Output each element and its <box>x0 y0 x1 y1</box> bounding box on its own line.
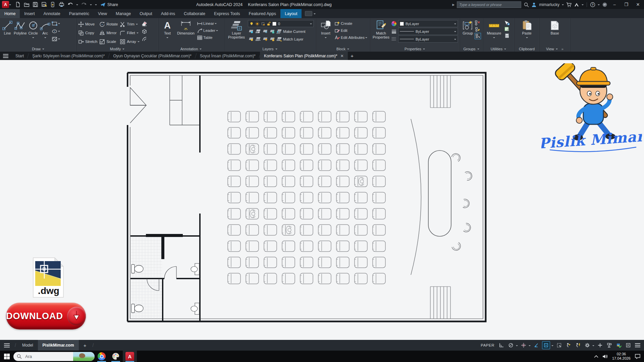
match-layer-label[interactable]: Match Layer <box>283 37 304 41</box>
search-highlight-thumbnail[interactable] <box>73 352 95 361</box>
base-button[interactable]: Base <box>547 19 562 46</box>
app-menu-caret-icon[interactable] <box>9 4 11 6</box>
workspace-caret-icon[interactable] <box>592 345 594 347</box>
ribbon-tab-parametric[interactable]: Parametric <box>65 9 94 18</box>
crosshair-plus-icon[interactable] <box>596 342 604 349</box>
ellipse-tool-button[interactable] <box>52 28 60 35</box>
groups-panel-label[interactable]: Groups <box>460 46 483 52</box>
group-button[interactable]: Group <box>462 19 474 46</box>
layer-properties-button[interactable]: Layer Properties <box>226 19 247 46</box>
feedback-icon[interactable] <box>602 2 607 7</box>
taskbar-autocad-icon[interactable]: A <box>123 351 137 362</box>
file-tab-3[interactable]: Soyut İnsan (PislikMimar.com)* <box>196 52 260 60</box>
draw-panel-label[interactable]: Draw <box>0 46 76 52</box>
tray-chevron-icon[interactable] <box>594 355 598 358</box>
user-menu-caret-icon[interactable] <box>562 4 564 6</box>
layer-off-tool-icon[interactable] <box>248 29 254 34</box>
ribbon-tab-add-ins[interactable]: Add-ins <box>157 9 179 18</box>
polyline-button[interactable]: Polyline <box>14 19 27 46</box>
file-tab-4[interactable]: Konferans Salon Plan (PislikMimar.com)*✕ <box>260 52 348 60</box>
snap-caret-icon[interactable] <box>529 345 531 347</box>
plot-icon[interactable] <box>59 2 64 7</box>
dimension-button[interactable]: Dimension <box>175 19 196 46</box>
modify-panel-label[interactable]: Modify <box>76 46 158 52</box>
workspace-gear-icon[interactable] <box>584 342 591 349</box>
open-folder-icon[interactable] <box>24 2 30 7</box>
share-button[interactable]: Share <box>100 2 118 7</box>
rectangle-caret-icon[interactable] <box>58 23 60 25</box>
quick-calc-select-icon[interactable] <box>504 26 510 32</box>
layer-stack-tool-icon[interactable] <box>255 37 261 42</box>
file-tabs-menu-icon[interactable] <box>0 52 11 60</box>
search-icon[interactable] <box>524 2 529 7</box>
layer-freeze-tool-icon[interactable] <box>262 29 268 34</box>
circle-caret-icon[interactable] <box>32 37 34 39</box>
clipboard-panel-label[interactable]: Clipboard <box>514 46 539 52</box>
line-button[interactable]: Line <box>2 19 13 46</box>
insert-caret-icon[interactable] <box>325 37 327 39</box>
edit-attributes-button[interactable]: Edit Attributes <box>334 34 367 41</box>
clean-screen-icon[interactable] <box>625 342 632 349</box>
restore-button[interactable]: ❐ <box>622 0 631 9</box>
taskbar-search-input[interactable] <box>24 354 66 359</box>
layout-tabs-menu-icon[interactable] <box>0 343 13 348</box>
ribbon-tab-express-tools[interactable]: Express Tools <box>210 9 245 18</box>
grid-display-icon[interactable] <box>498 342 505 349</box>
text-button[interactable]: A Text <box>160 19 175 46</box>
properties-panel-label[interactable]: Properties <box>370 46 460 52</box>
object-color-dropdown[interactable]: ByLayer <box>398 20 458 27</box>
notification-center-icon[interactable] <box>635 354 641 359</box>
save-as-icon[interactable] <box>41 2 47 7</box>
insert-block-button[interactable]: Insert <box>318 19 334 46</box>
lineweight-icon[interactable] <box>391 28 397 34</box>
ungroup-icon[interactable] <box>475 20 480 26</box>
create-block-button[interactable]: Create <box>334 20 367 27</box>
annotation-panel-label[interactable]: Annotation <box>158 46 224 52</box>
offset-button[interactable] <box>142 36 147 42</box>
ribbon-tab-manage[interactable]: Manage <box>111 9 135 18</box>
measure-button[interactable]: Measure <box>485 19 503 46</box>
group-edit-icon[interactable] <box>475 26 480 32</box>
table-button[interactable]: Table <box>197 34 218 41</box>
ribbon-tab-layout[interactable]: Layout <box>280 9 302 18</box>
layer-lock-tool-icon[interactable] <box>269 29 275 34</box>
array-caret-icon[interactable] <box>138 41 140 43</box>
file-tab-2[interactable]: Oyun Oynayan Çocuklar (PislikMimar.com)* <box>109 52 195 60</box>
start-button[interactable] <box>0 351 13 362</box>
taskbar-chrome-icon[interactable] <box>95 351 109 362</box>
layer-thaw-all-tool-icon[interactable] <box>262 37 268 42</box>
block-panel-label[interactable]: Block <box>316 46 370 52</box>
username[interactable]: mimarlucky <box>539 2 559 7</box>
edit-block-button[interactable]: Edit <box>334 27 367 34</box>
new-drawing-tab-button[interactable]: + <box>348 52 357 60</box>
file-tab-0[interactable]: Start <box>11 52 28 60</box>
annotation-visibility-icon[interactable] <box>565 342 572 349</box>
taskbar-clock[interactable]: 02:36 17.04.2026 <box>612 352 631 361</box>
group-selection-toggle-icon[interactable] <box>475 33 481 39</box>
rectangle-tool-button[interactable] <box>52 20 60 27</box>
layout-tab-pislikmimar[interactable]: PislikMimar.com <box>38 340 79 351</box>
open-from-web-icon[interactable] <box>50 2 56 7</box>
color-wheel-icon[interactable] <box>391 21 397 26</box>
isolate-objects-icon[interactable] <box>606 342 613 349</box>
match-properties-button[interactable]: Match Properties <box>372 19 390 46</box>
graphics-performance-icon[interactable] <box>615 342 623 349</box>
hatch-caret-icon[interactable] <box>58 39 60 41</box>
ribbon-tab-insert[interactable]: Insert <box>20 9 39 18</box>
drawing-canvas[interactable]: Pislik Mimar .dwg DOWNLOAD <box>0 60 644 340</box>
layer-unlock-tool-icon[interactable] <box>269 37 275 42</box>
quick-select-icon[interactable] <box>504 20 510 26</box>
hatch-tool-button[interactable] <box>52 36 60 42</box>
rotate-button[interactable]: Rotate <box>99 21 118 27</box>
layer-dropdown-caret-icon[interactable] <box>310 23 312 25</box>
erase-button[interactable] <box>142 20 147 27</box>
trim-caret-icon[interactable] <box>136 24 138 26</box>
linear-caret-icon[interactable] <box>215 23 217 25</box>
leader-button[interactable]: Leader <box>197 27 218 34</box>
undo-caret-icon[interactable] <box>76 4 78 6</box>
add-layout-button[interactable]: + <box>79 340 91 351</box>
help-caret-icon[interactable] <box>598 4 600 6</box>
ribbon-tab-view[interactable]: View <box>94 9 111 18</box>
layer-selector-dropdown[interactable]: 0 <box>248 20 314 27</box>
selection-cycling-icon[interactable] <box>555 342 563 349</box>
